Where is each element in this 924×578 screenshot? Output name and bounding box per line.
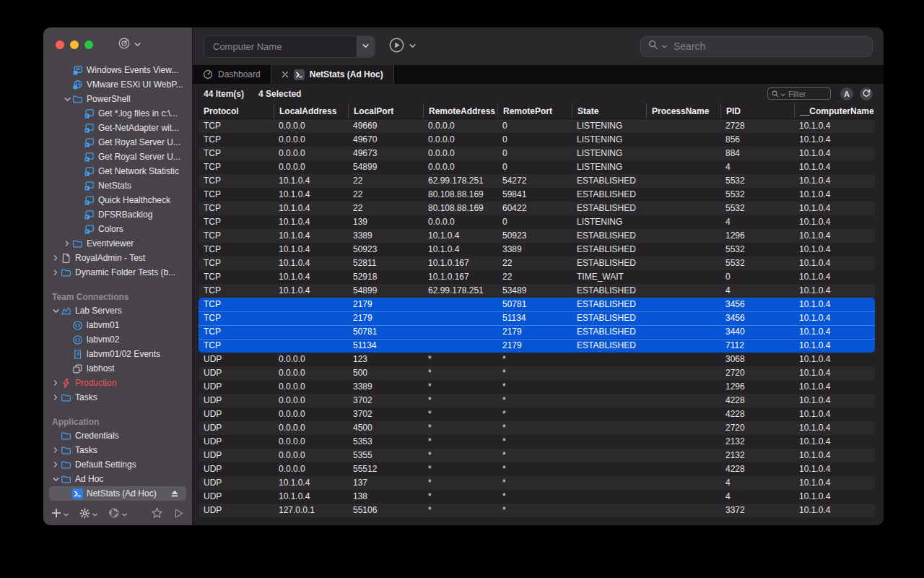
sidebar-item-labhost[interactable]: labhost <box>43 361 192 376</box>
table-row[interactable]: TCP10.1.0.42280.108.88.16960422ESTABLISH… <box>199 202 875 215</box>
table-row[interactable]: UDP10.1.0.4138**410.1.0.4 <box>199 490 875 504</box>
add-button[interactable] <box>51 508 69 521</box>
column-header-localport[interactable]: LocalPort <box>348 103 423 118</box>
sidebar-item-royaladmin-test[interactable]: RoyalAdmin - Test <box>43 251 192 265</box>
table-row[interactable]: UDP0.0.0.03702**422810.1.0.4 <box>199 394 875 407</box>
refresh-button[interactable] <box>860 87 873 100</box>
sidebar-item-eventviewer[interactable]: Eventviewer <box>43 236 192 251</box>
filter-input[interactable]: Filter <box>767 87 831 100</box>
sidebar-item-netstats[interactable]: NetStats <box>43 178 192 193</box>
table-row[interactable]: TCP10.1.0.45092310.1.0.43389ESTABLISHED5… <box>199 243 875 256</box>
sidebar-item-lab-servers[interactable]: Lab Servers <box>43 303 192 318</box>
table-row[interactable]: TCP10.1.0.45281110.1.0.16722ESTABLISHED5… <box>199 256 875 270</box>
computer-name-input[interactable]: Computer Name <box>204 35 375 58</box>
cell-remoteaddress: 0.0.0.0 <box>423 147 497 160</box>
column-header-computername[interactable]: __ComputerName <box>794 103 874 118</box>
sidebar-item-labvm01[interactable]: labvm01 <box>43 318 192 332</box>
column-header-localaddress[interactable]: LocalAddress <box>274 103 348 118</box>
table-row[interactable]: TCP10.1.0.4338910.1.0.450923ESTABLISHED1… <box>199 229 875 243</box>
sidebar-item-get-network-statistic[interactable]: Get Network Statistic <box>43 164 192 178</box>
table-row[interactable]: TCP511342179ESTABLISHED711210.1.0.4 <box>199 339 875 353</box>
close-tab-icon[interactable] <box>282 71 289 78</box>
favorites-button[interactable] <box>151 507 163 522</box>
column-header-pid[interactable]: PID <box>720 103 794 118</box>
powershell-blue-icon <box>72 488 83 499</box>
table-row[interactable]: UDP10.1.0.4137**410.1.0.4 <box>199 476 875 490</box>
table-row[interactable]: UDP127.0.0.155106**337210.1.0.4 <box>199 504 875 517</box>
folder-icon <box>61 474 71 485</box>
table-row[interactable]: TCP10.1.0.45489962.99.178.25153489ESTABL… <box>199 284 875 298</box>
sidebar-item-dynamic-folder-tests-b[interactable]: Dynamic Folder Tests (b... <box>43 265 192 280</box>
chevron-right-icon[interactable] <box>51 269 61 276</box>
computer-name-dropdown[interactable] <box>357 36 375 57</box>
tab-netstats-ad-hoc[interactable]: NetStats (Ad Hoc) <box>271 65 393 84</box>
chevron-right-icon[interactable] <box>51 461 61 468</box>
sidebar-item-dfsrbacklog[interactable]: DFSRBacklog <box>43 207 192 222</box>
chevron-right-icon[interactable] <box>51 394 61 401</box>
table-row[interactable]: UDP0.0.0.03389**129610.1.0.4 <box>199 380 875 394</box>
auto-refresh-button[interactable]: A <box>840 87 853 100</box>
table-row[interactable]: TCP217950781ESTABLISHED345610.1.0.4 <box>199 298 875 311</box>
sidebar-item-credentials[interactable]: Credentials <box>43 428 192 443</box>
tab-dashboard[interactable]: Dashboard <box>193 65 271 84</box>
sidebar-item-default-settings[interactable]: Default Settings <box>43 457 192 472</box>
run-options-dropdown[interactable] <box>409 40 417 53</box>
sidebar-item-labvm02[interactable]: labvm02 <box>43 332 192 347</box>
sidebar-item-tasks[interactable]: Tasks <box>43 443 192 457</box>
chevron-down-icon[interactable] <box>51 307 61 315</box>
sidebar-item-tasks[interactable]: Tasks <box>43 390 192 405</box>
chevron-down-icon[interactable] <box>62 95 72 103</box>
table-row[interactable]: UDP0.0.0.03702**422810.1.0.4 <box>199 407 875 421</box>
table-row[interactable]: TCP10.1.0.42262.99.178.25154272ESTABLISH… <box>199 174 875 188</box>
connect-dropdown-button[interactable] <box>118 37 141 53</box>
table-row[interactable]: UDP0.0.0.0500**272010.1.0.4 <box>199 366 875 380</box>
connect-button[interactable] <box>173 508 184 522</box>
sidebar-item-quick-healthcheck[interactable]: Quick Healthcheck <box>43 193 192 207</box>
actions-button[interactable] <box>108 507 128 522</box>
sidebar-item-get-royal-server-u[interactable]: Get Royal Server U... <box>43 135 192 150</box>
table-row[interactable]: TCP10.1.0.45291810.1.0.16722TIME_WAIT010… <box>199 270 875 284</box>
table-row[interactable]: TCP507812179ESTABLISHED344010.1.0.4 <box>199 325 875 339</box>
sidebar-item-ad-hoc[interactable]: Ad Hoc <box>43 472 192 486</box>
run-button[interactable] <box>388 37 405 56</box>
table-row[interactable]: TCP10.1.0.41390.0.0.00LISTENING410.1.0.4 <box>199 215 875 229</box>
search-input[interactable]: Search <box>640 36 873 57</box>
column-header-remoteaddress[interactable]: RemoteAddress <box>423 103 497 118</box>
zoom-window-button[interactable] <box>84 40 93 49</box>
chevron-down-icon[interactable] <box>51 475 61 483</box>
close-window-button[interactable] <box>56 40 64 49</box>
chevron-right-icon[interactable] <box>51 379 61 387</box>
folder-icon <box>61 392 71 403</box>
table-row[interactable]: UDP0.0.0.05353**213210.1.0.4 <box>199 435 875 449</box>
table-row[interactable]: TCP10.1.0.42280.108.88.16959841ESTABLISH… <box>199 188 875 202</box>
sidebar-item-labvm01-02-events[interactable]: labvm01/02 Events <box>43 347 192 361</box>
sidebar-item-get-log-files-in-c[interactable]: Get *.log files in c:\... <box>43 106 192 121</box>
chevron-right-icon[interactable] <box>62 240 72 247</box>
chevron-right-icon[interactable] <box>51 254 61 262</box>
sidebar-item-get-royal-server-u[interactable]: Get Royal Server U... <box>43 150 192 164</box>
table-row[interactable]: TCP0.0.0.0496700.0.0.00LISTENING85610.1.… <box>199 133 875 147</box>
sidebar-item-windows-events-view[interactable]: Windows Events View... <box>43 63 192 77</box>
chevron-right-icon[interactable] <box>51 447 61 454</box>
table-row[interactable]: UDP0.0.0.055512**422810.1.0.4 <box>199 462 875 476</box>
table-row[interactable]: TCP0.0.0.0496690.0.0.00LISTENING272810.1… <box>199 119 875 133</box>
sidebar-item-netstats-ad-hoc[interactable]: NetStats (Ad Hoc) <box>49 486 186 501</box>
table-row[interactable]: UDP0.0.0.04500**272010.1.0.4 <box>199 421 875 435</box>
column-header-remoteport[interactable]: RemotePort <box>497 103 572 118</box>
minimize-window-button[interactable] <box>70 40 79 49</box>
table-row[interactable]: UDP0.0.0.05355**213210.1.0.4 <box>199 449 875 462</box>
table-row[interactable]: UDP0.0.0.0123**306810.1.0.4 <box>199 353 875 366</box>
sidebar-item-colors[interactable]: Colors <box>43 222 192 236</box>
column-header-state[interactable]: State <box>572 103 646 118</box>
eject-icon[interactable] <box>170 490 179 498</box>
sidebar-item-production[interactable]: Production <box>43 376 192 390</box>
column-header-processname[interactable]: ProcessName <box>646 103 720 118</box>
settings-button[interactable] <box>79 508 98 522</box>
table-row[interactable]: TCP217951134ESTABLISHED345610.1.0.4 <box>199 311 875 325</box>
sidebar-item-get-netadapter-wit[interactable]: Get-NetAdapter wit... <box>43 121 192 135</box>
table-row[interactable]: TCP0.0.0.0548990.0.0.00LISTENING410.1.0.… <box>199 160 875 174</box>
sidebar-item-vmware-esxi-ui-webp[interactable]: VMware ESXi UI WebP... <box>43 77 192 92</box>
sidebar-item-powershell[interactable]: PowerShell <box>43 92 192 106</box>
table-row[interactable]: TCP0.0.0.0496730.0.0.00LISTENING88410.1.… <box>199 147 875 160</box>
column-header-protocol[interactable]: Protocol <box>199 103 274 118</box>
